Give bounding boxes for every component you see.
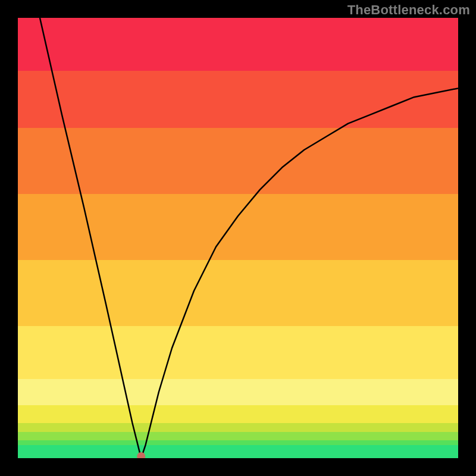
chart-frame: TheBottleneck.com bbox=[0, 0, 476, 476]
attribution-label: TheBottleneck.com bbox=[347, 2, 470, 18]
bottleneck-chart bbox=[18, 18, 458, 458]
chart-background bbox=[18, 18, 458, 458]
